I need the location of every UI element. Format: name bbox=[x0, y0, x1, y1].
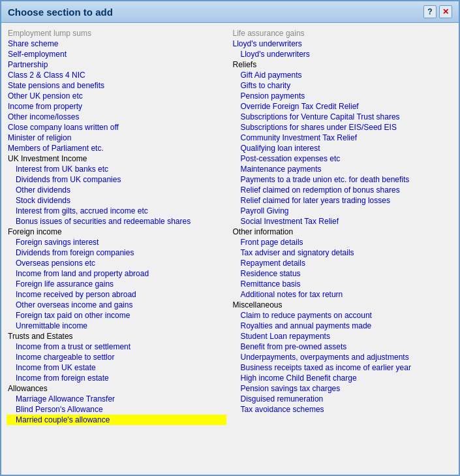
section-item[interactable]: Partnership bbox=[7, 59, 226, 70]
section-item[interactable]: Qualifying loan interest bbox=[232, 143, 452, 153]
section-item[interactable]: Student Loan repayments bbox=[232, 331, 452, 341]
section-item[interactable]: Dividends from UK companies bbox=[7, 174, 226, 185]
section-item[interactable]: Subscriptions for shares under EIS/Seed … bbox=[232, 122, 452, 133]
section-item[interactable]: Foreign tax paid on other income bbox=[7, 310, 226, 321]
section-item[interactable]: Foreign savings interest bbox=[7, 237, 226, 247]
section-item[interactable]: Life assurance gains bbox=[232, 28, 452, 39]
section-item[interactable]: Residence status bbox=[232, 268, 452, 279]
section-item[interactable]: Repayment details bbox=[232, 258, 452, 268]
section-item[interactable]: Post-cessation expenses etc bbox=[232, 153, 452, 164]
section-item[interactable]: Community Investment Tax Relief bbox=[232, 133, 452, 143]
section-item[interactable]: Pension payments bbox=[232, 91, 452, 101]
section-item[interactable]: Disguised remuneration bbox=[232, 394, 452, 404]
columns-wrapper: Employment lump sumsShare schemeSelf-emp… bbox=[7, 28, 456, 469]
section-item[interactable]: Payroll Giving bbox=[232, 206, 452, 216]
section-item[interactable]: Interest from UK banks etc bbox=[7, 164, 226, 174]
section-item[interactable]: Class 2 & Class 4 NIC bbox=[7, 70, 226, 80]
section-item[interactable]: Benefit from pre-owned assets bbox=[232, 341, 452, 352]
section-item[interactable]: Blind Person's Allowance bbox=[7, 404, 226, 415]
section-item[interactable]: Marriage Allowance Transfer bbox=[7, 394, 226, 404]
dialog-title: Choose section to add bbox=[8, 7, 113, 18]
section-header: Allowances bbox=[7, 383, 226, 394]
section-item[interactable]: Relief claimed on redemption of bonus sh… bbox=[232, 185, 452, 195]
section-item[interactable]: Minister of religion bbox=[7, 133, 226, 143]
section-item[interactable]: Gift Aid payments bbox=[232, 70, 452, 80]
section-item[interactable]: Income from UK estate bbox=[7, 362, 226, 373]
section-item[interactable]: Tax adviser and signatory details bbox=[232, 247, 452, 258]
section-item[interactable]: Employment lump sums bbox=[7, 28, 226, 39]
section-header: Trusts and Estates bbox=[7, 331, 226, 341]
section-item[interactable]: Dividends from foreign companies bbox=[7, 247, 226, 258]
section-header: Foreign income bbox=[7, 227, 226, 237]
section-item[interactable]: Share scheme bbox=[7, 39, 226, 49]
section-item[interactable]: Income from a trust or settlement bbox=[7, 341, 226, 352]
section-item[interactable]: Income chargeable to settlor bbox=[7, 352, 226, 362]
section-item[interactable]: Claim to reduce payments on account bbox=[232, 310, 452, 321]
section-item[interactable]: Foreign life assurance gains bbox=[7, 279, 226, 289]
dialog-content: Employment lump sumsShare schemeSelf-emp… bbox=[1, 23, 459, 475]
section-item[interactable]: Tax avoidance schemes bbox=[232, 404, 452, 415]
section-item[interactable]: Income from foreign estate bbox=[7, 373, 226, 383]
section-item[interactable]: Front page details bbox=[232, 237, 452, 247]
section-item[interactable]: Other dividends bbox=[7, 185, 226, 195]
section-header: Other information bbox=[232, 227, 452, 237]
section-item[interactable]: Relief claimed for later years trading l… bbox=[232, 195, 452, 206]
section-item[interactable]: Married couple's allowance bbox=[7, 415, 226, 425]
section-item[interactable]: Other income/losses bbox=[7, 112, 226, 122]
section-item[interactable]: Income received by person abroad bbox=[7, 289, 226, 300]
choose-section-dialog: Choose section to add ? ✕ Employment lum… bbox=[0, 0, 460, 476]
close-button[interactable]: ✕ bbox=[439, 5, 452, 18]
section-item[interactable]: State pensions and benefits bbox=[7, 80, 226, 91]
section-item[interactable]: Stock dividends bbox=[7, 195, 226, 206]
section-item[interactable]: Gifts to charity bbox=[232, 80, 452, 91]
section-header: UK Investment Income bbox=[7, 153, 226, 164]
section-item[interactable]: Interest from gilts, accrued income etc bbox=[7, 206, 226, 216]
section-item[interactable]: Overseas pensions etc bbox=[7, 258, 226, 268]
section-item[interactable]: Underpayments, overpayments and adjustme… bbox=[232, 352, 452, 362]
section-item[interactable]: Unremittable income bbox=[7, 321, 226, 331]
dialog-header: Choose section to add ? ✕ bbox=[1, 1, 459, 23]
right-column: Life assurance gainsLloyd's underwriters… bbox=[232, 28, 457, 469]
section-item[interactable]: Pension savings tax charges bbox=[232, 383, 452, 394]
section-item[interactable]: Payments to a trade union etc. for death… bbox=[232, 174, 452, 185]
section-item[interactable]: Members of Parliament etc. bbox=[7, 143, 226, 153]
header-icons: ? ✕ bbox=[423, 5, 452, 18]
section-item[interactable]: Income from land and property abroad bbox=[7, 268, 226, 279]
section-item[interactable]: Remittance basis bbox=[232, 279, 452, 289]
section-item[interactable]: Royalties and annual payments made bbox=[232, 321, 452, 331]
left-column: Employment lump sumsShare schemeSelf-emp… bbox=[7, 28, 232, 469]
section-item[interactable]: Subscriptions for Venture Capital Trust … bbox=[232, 112, 452, 122]
section-item[interactable]: Income from property bbox=[7, 101, 226, 112]
section-item[interactable]: Self-employment bbox=[7, 49, 226, 59]
section-item[interactable]: Bonus issues of securities and redeemabl… bbox=[7, 216, 226, 227]
section-item[interactable]: Override Foreign Tax Credit Relief bbox=[232, 101, 452, 112]
section-item[interactable]: Business receipts taxed as income of ear… bbox=[232, 362, 452, 373]
section-item[interactable]: Lloyd's underwriters bbox=[232, 49, 452, 59]
section-header: Reliefs bbox=[232, 59, 452, 70]
section-item[interactable]: Other UK pension etc bbox=[7, 91, 226, 101]
section-item[interactable]: High income Child Benefit charge bbox=[232, 373, 452, 383]
section-item[interactable]: Other overseas income and gains bbox=[7, 300, 226, 310]
section-item[interactable]: Maintenance payments bbox=[232, 164, 452, 174]
section-item[interactable]: Social Investment Tax Relief bbox=[232, 216, 452, 227]
section-header: Miscellaneous bbox=[232, 300, 452, 310]
section-item[interactable]: Close company loans written off bbox=[7, 122, 226, 133]
help-button[interactable]: ? bbox=[423, 5, 437, 18]
section-item[interactable]: Lloyd's underwriters bbox=[232, 39, 452, 49]
section-item[interactable]: Additional notes for tax return bbox=[232, 289, 452, 300]
